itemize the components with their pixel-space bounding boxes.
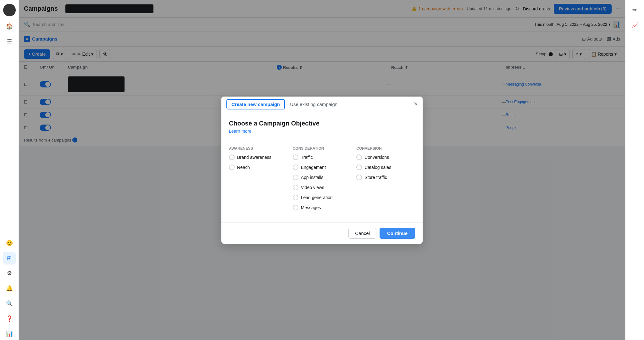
messages-label: Messages <box>301 205 321 210</box>
create-new-tab[interactable]: Create new campaign <box>226 99 285 109</box>
store-traffic-label: Store traffic <box>364 175 387 180</box>
catalog-sales-option[interactable]: Catalog sales <box>356 164 415 170</box>
use-existing-tab[interactable]: Use existing campaign <box>285 97 342 112</box>
menu-icon[interactable]: ☰ <box>3 35 16 48</box>
conversion-label: Conversion <box>356 146 415 151</box>
engagement-label: Engagement <box>301 165 326 170</box>
app-installs-radio[interactable] <box>293 175 298 180</box>
modal-tabs: Create new campaign Use existing campaig… <box>221 97 423 112</box>
consideration-column: Consideration Traffic Engagement App ins… <box>293 146 352 215</box>
app-installs-option[interactable]: App installs <box>293 175 352 180</box>
search-sidebar-icon[interactable]: 🔍 <box>3 297 16 310</box>
catalog-sales-label: Catalog sales <box>364 165 391 170</box>
campaign-modal: Create new campaign Use existing campaig… <box>221 97 423 244</box>
edit-right-icon[interactable]: ✏ <box>629 4 641 16</box>
app-installs-label: App installs <box>301 175 324 180</box>
brand-awareness-label: Brand awareness <box>237 155 271 160</box>
chart-right-icon[interactable]: 📈 <box>629 19 641 31</box>
reach-label: Reach <box>237 165 250 170</box>
lead-generation-radio[interactable] <box>293 195 298 200</box>
lead-generation-option[interactable]: Lead generation <box>293 195 352 200</box>
conversions-option[interactable]: Conversions <box>356 154 415 160</box>
brand-awareness-option[interactable]: Brand awareness <box>229 154 288 160</box>
conversions-radio[interactable] <box>356 154 362 160</box>
conversions-label: Conversions <box>364 155 389 160</box>
report-icon[interactable]: 📊 <box>3 327 16 340</box>
modal-close-button[interactable]: × <box>414 100 418 108</box>
consideration-label: Consideration <box>293 146 352 151</box>
settings-icon[interactable]: ⚙ <box>3 267 16 280</box>
modal-footer: Cancel Continue <box>221 222 423 244</box>
learn-more-link[interactable]: Learn more <box>229 129 252 134</box>
video-views-option[interactable]: Video views <box>293 185 352 190</box>
modal-body: Choose a Campaign Objective Learn more A… <box>221 112 423 222</box>
reach-option[interactable]: Reach <box>229 164 288 170</box>
messages-radio[interactable] <box>293 205 298 210</box>
video-views-radio[interactable] <box>293 185 298 190</box>
modal-overlay: Create new campaign Use existing campaig… <box>19 0 625 340</box>
traffic-option[interactable]: Traffic <box>293 154 352 160</box>
help-icon[interactable]: ❓ <box>3 312 16 325</box>
avatar[interactable] <box>3 4 16 16</box>
messages-option[interactable]: Messages <box>293 205 352 210</box>
modal-title: Choose a Campaign Objective <box>229 120 415 127</box>
continue-button[interactable]: Continue <box>380 228 415 239</box>
lead-generation-label: Lead generation <box>301 195 333 200</box>
awareness-label: Awareness <box>229 146 288 151</box>
right-sidebar: ✏ 📈 <box>625 0 644 340</box>
grid-icon[interactable]: ⊞ <box>3 252 16 265</box>
brand-awareness-radio[interactable] <box>229 154 235 160</box>
engagement-option[interactable]: Engagement <box>293 164 352 170</box>
awareness-column: Awareness Brand awareness Reach <box>229 146 288 215</box>
catalog-sales-radio[interactable] <box>356 164 362 170</box>
home-icon[interactable]: 🏠 <box>3 20 16 33</box>
cancel-button[interactable]: Cancel <box>348 228 376 239</box>
modal-columns: Awareness Brand awareness Reach Consider… <box>229 146 415 215</box>
store-traffic-radio[interactable] <box>356 175 362 180</box>
video-views-label: Video views <box>301 185 324 190</box>
conversion-column: Conversion Conversions Catalog sales Sto… <box>356 146 415 215</box>
traffic-label: Traffic <box>301 155 313 160</box>
traffic-radio[interactable] <box>293 154 298 160</box>
engagement-radio[interactable] <box>293 164 298 170</box>
bell-icon[interactable]: 🔔 <box>3 282 16 295</box>
emoji-icon[interactable]: 😊 <box>3 237 16 249</box>
left-sidebar: 🏠 ☰ 😊 ⊞ ⚙ 🔔 🔍 ❓ 📊 <box>0 0 19 340</box>
reach-radio[interactable] <box>229 164 235 170</box>
store-traffic-option[interactable]: Store traffic <box>356 175 415 180</box>
